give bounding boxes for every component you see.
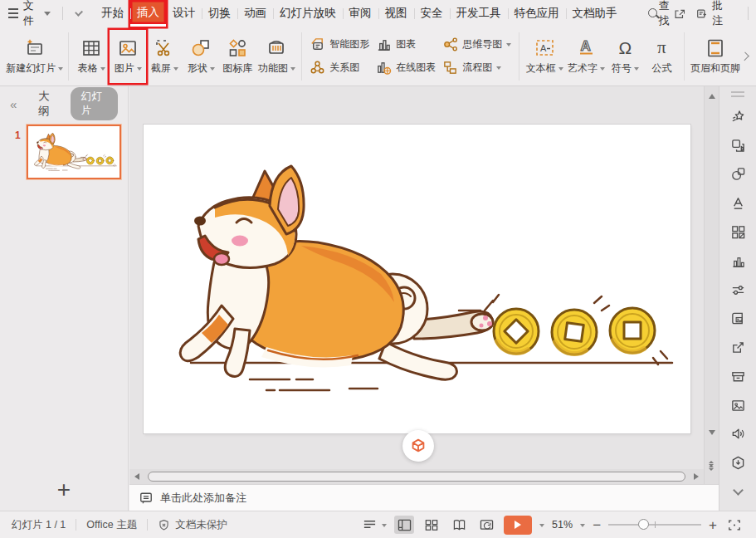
right-sidebar [719,86,756,511]
zoom-level[interactable]: 51% [552,519,573,531]
chart-button[interactable]: 图表 [373,34,439,55]
smart-graphics-button[interactable]: 智能图形 [306,34,373,55]
table-label: 表格 [78,61,98,76]
notes-toggle-button[interactable] [363,519,387,531]
function-diagram-button[interactable]: 功能图 [256,30,297,83]
relation-diagram-label: 关系图 [329,61,359,75]
dropdown-caret-icon [496,66,501,72]
version-badge-icon[interactable] [725,451,750,476]
horizontal-scrollbar[interactable] [129,469,704,484]
reading-view-button[interactable] [449,516,469,534]
mind-map-button[interactable]: 思维导图 [439,34,515,55]
scroll-right-arrow-icon[interactable] [694,473,699,480]
mind-map-label: 思维导图 [462,37,502,51]
bar-chart-icon[interactable] [725,248,750,273]
slide-thumbnail[interactable] [27,125,121,179]
header-footer-button[interactable]: 页眉和页脚 [689,30,741,83]
formula-button[interactable]: π 公式 [643,30,680,83]
scroll-left-arrow-icon[interactable] [134,473,139,480]
duplicate-shape-icon[interactable] [725,133,750,158]
menu-hamburger-icon[interactable] [8,8,18,18]
online-chart-button[interactable]: 在线图表 [373,57,439,78]
screenshot-button[interactable]: 截屏 [146,30,183,83]
scroll-down-arrow-icon[interactable] [709,430,715,435]
play-options-caret-icon[interactable] [539,524,544,530]
app-grid-icon[interactable] [725,220,750,245]
text-box-icon: A [534,37,556,59]
file-menu-caret-icon[interactable] [44,12,51,19]
share-icon[interactable] [674,7,685,21]
zoom-caret-icon[interactable] [580,524,585,530]
next-slide-button[interactable] [709,471,714,483]
tab-animation[interactable]: 动画 [237,0,273,27]
slide-sorter-view-button[interactable] [422,516,441,534]
notes-bar[interactable]: 单击此处添加备注 [129,484,719,511]
new-slide-button[interactable]: 新建幻灯片 [5,30,64,83]
zoom-slider-knob[interactable] [638,519,649,530]
text-box-button[interactable]: A 文本框 [524,30,565,83]
share-export-icon[interactable] [725,335,750,360]
quick-access-chevron-icon[interactable] [75,7,83,16]
tab-slideshow[interactable]: 幻灯片放映 [273,0,343,27]
magic-star-icon[interactable] [725,104,750,129]
vertical-scrollbar[interactable] [704,86,719,484]
picture-label: 图片 [115,61,134,76]
wordart-a-icon[interactable] [725,191,750,216]
audio-speaker-icon[interactable] [725,422,750,447]
photo-album-icon[interactable] [725,306,750,331]
zoom-out-button[interactable]: − [593,518,601,532]
tab-outline[interactable]: 大纲 [38,89,56,119]
tab-special-features[interactable]: 特色应用 [508,0,566,27]
add-slide-button[interactable]: + [0,477,128,502]
ribbon-tabs: 开始 插入 设计 切换 动画 幻灯片放映 审阅 视图 安全 开发工具 特色应用 … [95,0,624,27]
image-icon[interactable] [725,393,750,418]
tab-doc-assistant[interactable]: 文档助手 [566,0,624,27]
word-art-button[interactable]: A 艺术字 [565,30,607,83]
protection-status[interactable]: 文档未保护 [158,518,227,532]
scroll-up-arrow-icon[interactable] [709,94,715,99]
slideshow-view-button[interactable] [476,516,496,534]
sidebar-collapse-chevron-icon[interactable] [725,479,750,504]
adjust-sliders-icon[interactable] [725,277,750,302]
online-chart-icon [376,60,392,76]
flow-chart-icon [442,60,458,76]
wps-assistant-button[interactable] [402,430,434,462]
theme-name[interactable]: Office 主题 [86,518,137,532]
table-button[interactable]: 表格 [73,30,110,83]
previous-slide-button[interactable] [709,452,714,465]
tab-home[interactable]: 开始 [95,0,130,27]
fit-slide-button[interactable] [724,516,744,534]
shapes-button[interactable]: 形状 [183,30,219,83]
tab-security[interactable]: 安全 [414,0,450,27]
picture-button[interactable]: 图片 [110,30,146,83]
flow-chart-button[interactable]: 流程图 [439,57,515,78]
search-button[interactable]: 查找 [647,0,674,28]
sidebar-drag-handle[interactable] [731,91,744,97]
slide-canvas-area [129,86,704,469]
new-slide-label: 新建幻灯片 [6,61,56,76]
collapse-panel-button[interactable]: « [10,97,17,111]
wps-cube-icon [409,437,427,455]
tab-insert[interactable]: 插入 [130,0,166,27]
tab-transition[interactable]: 切换 [202,0,237,27]
tab-design[interactable]: 设计 [166,0,202,27]
tab-slides[interactable]: 幻灯片 [71,87,118,120]
play-slideshow-button[interactable] [504,516,532,535]
storage-box-icon[interactable] [725,364,750,389]
horizontal-scroll-thumb[interactable] [148,472,685,482]
normal-view-button[interactable] [394,516,414,534]
flow-chart-label: 流程图 [462,61,492,75]
tab-view[interactable]: 视图 [378,0,414,27]
comment-button[interactable]: 批注 [696,0,729,28]
icon-library-button[interactable]: 图标库 [219,30,256,83]
tab-review[interactable]: 审阅 [343,0,378,27]
tab-devtools[interactable]: 开发工具 [450,0,508,27]
zoom-slider[interactable] [608,519,701,531]
file-menu[interactable]: 文件 [23,0,39,28]
slide-editing-surface[interactable] [144,125,690,433]
shapes-overlap-icon[interactable] [725,162,750,187]
zoom-in-button[interactable]: + [709,518,717,532]
comment-label: 批注 [712,0,729,28]
relation-diagram-button[interactable]: 关系图 [306,57,373,78]
symbol-button[interactable]: Ω 符号 [607,30,643,83]
